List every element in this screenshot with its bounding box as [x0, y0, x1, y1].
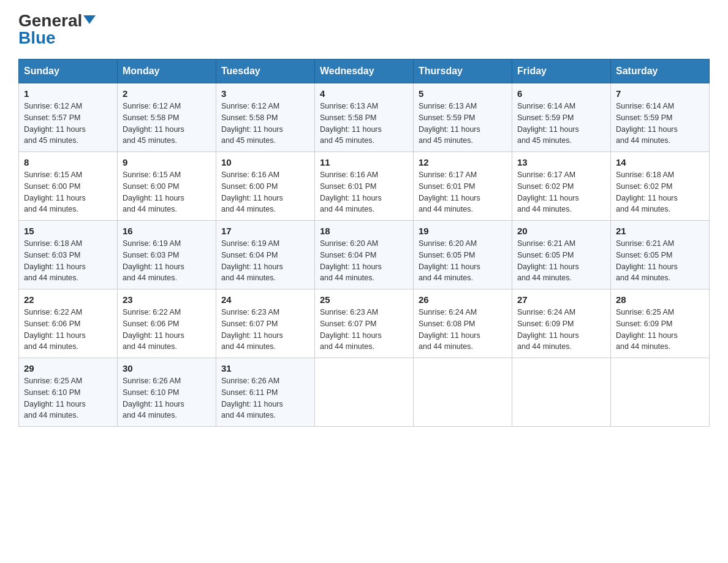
day-info: Sunrise: 6:17 AM Sunset: 6:01 PM Dayligh…: [419, 169, 507, 215]
day-info: Sunrise: 6:26 AM Sunset: 6:10 PM Dayligh…: [123, 375, 211, 421]
day-number: 4: [320, 88, 408, 99]
day-info: Sunrise: 6:20 AM Sunset: 6:04 PM Dayligh…: [320, 238, 408, 284]
calendar-week-row: 22Sunrise: 6:22 AM Sunset: 6:06 PM Dayli…: [19, 289, 710, 358]
header-cell-wednesday: Wednesday: [315, 59, 414, 83]
day-info: Sunrise: 6:12 AM Sunset: 5:58 PM Dayligh…: [123, 101, 211, 147]
logo-general: General: [18, 12, 82, 29]
header-cell-monday: Monday: [118, 59, 216, 83]
header-cell-saturday: Saturday: [611, 59, 710, 83]
calendar-table: SundayMondayTuesdayWednesdayThursdayFrid…: [18, 59, 710, 427]
day-info: Sunrise: 6:21 AM Sunset: 6:05 PM Dayligh…: [616, 238, 704, 284]
day-number: 14: [616, 157, 704, 167]
calendar-cell: 20Sunrise: 6:21 AM Sunset: 6:05 PM Dayli…: [512, 221, 611, 289]
day-number: 2: [123, 88, 211, 99]
calendar-cell: 29Sunrise: 6:25 AM Sunset: 6:10 PM Dayli…: [19, 358, 118, 427]
day-info: Sunrise: 6:17 AM Sunset: 6:02 PM Dayligh…: [517, 169, 605, 215]
calendar-cell: 15Sunrise: 6:18 AM Sunset: 6:03 PM Dayli…: [19, 221, 118, 289]
calendar-cell: 19Sunrise: 6:20 AM Sunset: 6:05 PM Dayli…: [414, 221, 512, 289]
calendar-cell: 10Sunrise: 6:16 AM Sunset: 6:00 PM Dayli…: [216, 152, 315, 221]
day-info: Sunrise: 6:14 AM Sunset: 5:59 PM Dayligh…: [517, 101, 605, 147]
day-info: Sunrise: 6:24 AM Sunset: 6:09 PM Dayligh…: [517, 307, 605, 353]
header-cell-tuesday: Tuesday: [216, 59, 315, 83]
day-number: 7: [616, 88, 704, 99]
day-info: Sunrise: 6:21 AM Sunset: 6:05 PM Dayligh…: [517, 238, 605, 284]
calendar-cell: 8Sunrise: 6:15 AM Sunset: 6:00 PM Daylig…: [19, 152, 118, 221]
logo-triangle-icon: [83, 15, 96, 24]
calendar-cell: 3Sunrise: 6:12 AM Sunset: 5:58 PM Daylig…: [216, 83, 315, 152]
day-info: Sunrise: 6:22 AM Sunset: 6:06 PM Dayligh…: [123, 307, 211, 353]
calendar-cell: 12Sunrise: 6:17 AM Sunset: 6:01 PM Dayli…: [414, 152, 512, 221]
day-number: 18: [320, 226, 408, 236]
day-number: 13: [517, 157, 605, 167]
calendar-cell: [512, 358, 611, 427]
day-number: 15: [24, 226, 112, 236]
calendar-cell: [414, 358, 512, 427]
day-info: Sunrise: 6:20 AM Sunset: 6:05 PM Dayligh…: [419, 238, 507, 284]
calendar-cell: 23Sunrise: 6:22 AM Sunset: 6:06 PM Dayli…: [118, 289, 216, 358]
day-info: Sunrise: 6:15 AM Sunset: 6:00 PM Dayligh…: [123, 169, 211, 215]
day-info: Sunrise: 6:14 AM Sunset: 5:59 PM Dayligh…: [616, 101, 704, 147]
day-info: Sunrise: 6:18 AM Sunset: 6:03 PM Dayligh…: [24, 238, 112, 284]
header-cell-sunday: Sunday: [19, 59, 118, 83]
day-number: 5: [419, 88, 507, 99]
day-info: Sunrise: 6:12 AM Sunset: 5:58 PM Dayligh…: [221, 101, 309, 147]
calendar-cell: 6Sunrise: 6:14 AM Sunset: 5:59 PM Daylig…: [512, 83, 611, 152]
calendar-cell: 7Sunrise: 6:14 AM Sunset: 5:59 PM Daylig…: [611, 83, 710, 152]
day-number: 6: [517, 88, 605, 99]
day-info: Sunrise: 6:15 AM Sunset: 6:00 PM Dayligh…: [24, 169, 112, 215]
logo: General Blue: [18, 12, 96, 47]
day-info: Sunrise: 6:12 AM Sunset: 5:57 PM Dayligh…: [24, 101, 112, 147]
calendar-week-row: 29Sunrise: 6:25 AM Sunset: 6:10 PM Dayli…: [19, 358, 710, 427]
day-number: 31: [221, 363, 309, 373]
day-info: Sunrise: 6:13 AM Sunset: 5:59 PM Dayligh…: [419, 101, 507, 147]
day-number: 28: [616, 294, 704, 305]
day-number: 25: [320, 294, 408, 305]
day-info: Sunrise: 6:25 AM Sunset: 6:10 PM Dayligh…: [24, 375, 112, 421]
calendar-week-row: 15Sunrise: 6:18 AM Sunset: 6:03 PM Dayli…: [19, 221, 710, 289]
day-info: Sunrise: 6:24 AM Sunset: 6:08 PM Dayligh…: [419, 307, 507, 353]
day-number: 1: [24, 88, 112, 99]
day-number: 9: [123, 157, 211, 167]
calendar-cell: 5Sunrise: 6:13 AM Sunset: 5:59 PM Daylig…: [414, 83, 512, 152]
header-row: SundayMondayTuesdayWednesdayThursdayFrid…: [19, 59, 710, 83]
day-number: 12: [419, 157, 507, 167]
calendar-cell: 21Sunrise: 6:21 AM Sunset: 6:05 PM Dayli…: [611, 221, 710, 289]
calendar-cell: 2Sunrise: 6:12 AM Sunset: 5:58 PM Daylig…: [118, 83, 216, 152]
day-info: Sunrise: 6:19 AM Sunset: 6:04 PM Dayligh…: [221, 238, 309, 284]
calendar-week-row: 8Sunrise: 6:15 AM Sunset: 6:00 PM Daylig…: [19, 152, 710, 221]
calendar-cell: 4Sunrise: 6:13 AM Sunset: 5:58 PM Daylig…: [315, 83, 414, 152]
day-info: Sunrise: 6:18 AM Sunset: 6:02 PM Dayligh…: [616, 169, 704, 215]
calendar-cell: 27Sunrise: 6:24 AM Sunset: 6:09 PM Dayli…: [512, 289, 611, 358]
calendar-cell: 26Sunrise: 6:24 AM Sunset: 6:08 PM Dayli…: [414, 289, 512, 358]
header-cell-thursday: Thursday: [414, 59, 512, 83]
day-number: 22: [24, 294, 112, 305]
calendar-cell: 1Sunrise: 6:12 AM Sunset: 5:57 PM Daylig…: [19, 83, 118, 152]
calendar-cell: 30Sunrise: 6:26 AM Sunset: 6:10 PM Dayli…: [118, 358, 216, 427]
calendar-header: SundayMondayTuesdayWednesdayThursdayFrid…: [19, 59, 710, 83]
calendar-cell: 18Sunrise: 6:20 AM Sunset: 6:04 PM Dayli…: [315, 221, 414, 289]
day-info: Sunrise: 6:23 AM Sunset: 6:07 PM Dayligh…: [320, 307, 408, 353]
day-info: Sunrise: 6:26 AM Sunset: 6:11 PM Dayligh…: [221, 375, 309, 421]
calendar-cell: [611, 358, 710, 427]
header-cell-friday: Friday: [512, 59, 611, 83]
day-info: Sunrise: 6:19 AM Sunset: 6:03 PM Dayligh…: [123, 238, 211, 284]
calendar-week-row: 1Sunrise: 6:12 AM Sunset: 5:57 PM Daylig…: [19, 83, 710, 152]
calendar-cell: 24Sunrise: 6:23 AM Sunset: 6:07 PM Dayli…: [216, 289, 315, 358]
day-number: 26: [419, 294, 507, 305]
day-number: 21: [616, 226, 704, 236]
day-number: 20: [517, 226, 605, 236]
day-number: 8: [24, 157, 112, 167]
day-number: 24: [221, 294, 309, 305]
calendar-cell: 9Sunrise: 6:15 AM Sunset: 6:00 PM Daylig…: [118, 152, 216, 221]
day-number: 17: [221, 226, 309, 236]
day-number: 19: [419, 226, 507, 236]
header: General Blue: [18, 12, 710, 47]
day-number: 10: [221, 157, 309, 167]
day-number: 27: [517, 294, 605, 305]
calendar-cell: 17Sunrise: 6:19 AM Sunset: 6:04 PM Dayli…: [216, 221, 315, 289]
logo-blue: Blue: [18, 29, 56, 47]
day-number: 16: [123, 226, 211, 236]
calendar-cell: 28Sunrise: 6:25 AM Sunset: 6:09 PM Dayli…: [611, 289, 710, 358]
calendar-cell: 25Sunrise: 6:23 AM Sunset: 6:07 PM Dayli…: [315, 289, 414, 358]
calendar-cell: 13Sunrise: 6:17 AM Sunset: 6:02 PM Dayli…: [512, 152, 611, 221]
